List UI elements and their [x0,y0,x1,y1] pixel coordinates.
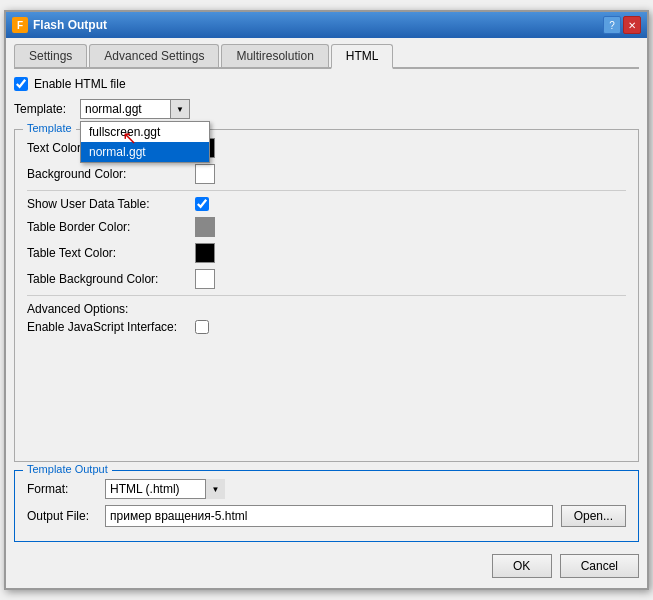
table-bg-color-box[interactable] [195,269,215,289]
background-color-label: Background Color: [27,167,187,181]
template-select-wrapper: ▼ fullscreen.ggt normal.ggt [80,99,190,119]
divider-1 [27,190,626,191]
enable-js-label: Enable JavaScript Interface: [27,320,187,334]
flash-output-window: F Flash Output ? ✕ Settings Advanced Set… [4,10,649,590]
title-bar: F Flash Output ? ✕ [6,12,647,38]
table-text-color-row: Table Text Color: [27,243,626,263]
table-text-color-label: Table Text Color: [27,246,187,260]
output-file-label: Output File: [27,509,97,523]
main-area: Enable HTML file Template: ▼ fullscreen.… [14,77,639,582]
enable-html-row: Enable HTML file [14,77,639,91]
format-label: Format: [27,482,97,496]
format-select[interactable]: HTML (.html) XHTML (.xhtml) [105,479,225,499]
app-icon: F [12,17,28,33]
dropdown-item-normal[interactable]: normal.ggt [81,142,209,162]
background-color-box[interactable] [195,164,215,184]
table-border-color-row: Table Border Color: [27,217,626,237]
template-row: Template: ▼ fullscreen.ggt normal.ggt ↖ [14,99,639,119]
table-bg-color-row: Table Background Color: [27,269,626,289]
ok-button[interactable]: OK [492,554,552,578]
tabs-row: Settings Advanced Settings Multiresoluti… [14,44,639,69]
cancel-button[interactable]: Cancel [560,554,639,578]
open-button[interactable]: Open... [561,505,626,527]
template-group: Template Text Color: Background Color: S… [14,129,639,462]
table-border-color-label: Table Border Color: [27,220,187,234]
show-user-data-label: Show User Data Table: [27,197,187,211]
template-dropdown: fullscreen.ggt normal.ggt [80,121,210,163]
template-output-section: Template Output Format: HTML (.html) XHT… [14,470,639,542]
tab-settings[interactable]: Settings [14,44,87,67]
format-select-wrapper: HTML (.html) XHTML (.xhtml) ▼ [105,479,225,499]
enable-js-checkbox[interactable] [195,320,209,334]
window-content: Settings Advanced Settings Multiresoluti… [6,38,647,588]
divider-2 [27,295,626,296]
output-file-input[interactable] [105,505,553,527]
close-button[interactable]: ✕ [623,16,641,34]
dialog-buttons: OK Cancel [14,550,639,582]
template-output-legend: Template Output [23,463,112,475]
template-group-legend: Template [23,122,76,134]
dropdown-item-fullscreen[interactable]: fullscreen.ggt [81,122,209,142]
tab-multiresolution[interactable]: Multiresolution [221,44,328,67]
tab-advanced[interactable]: Advanced Settings [89,44,219,67]
format-row: Format: HTML (.html) XHTML (.xhtml) ▼ [27,479,626,499]
table-text-color-box[interactable] [195,243,215,263]
enable-js-row: Enable JavaScript Interface: [27,320,626,334]
background-color-row: Background Color: [27,164,626,184]
output-file-row: Output File: Open... [27,505,626,527]
show-user-data-row: Show User Data Table: [27,197,626,211]
show-user-data-checkbox[interactable] [195,197,209,211]
advanced-options-label: Advanced Options: [27,302,626,316]
table-bg-color-label: Table Background Color: [27,272,187,286]
enable-html-checkbox[interactable] [14,77,28,91]
table-border-color-box[interactable] [195,217,215,237]
enable-html-label: Enable HTML file [34,77,126,91]
template-input[interactable] [80,99,190,119]
window-title: Flash Output [33,18,107,32]
help-button[interactable]: ? [603,16,621,34]
tab-html[interactable]: HTML [331,44,394,69]
template-label: Template: [14,102,74,116]
